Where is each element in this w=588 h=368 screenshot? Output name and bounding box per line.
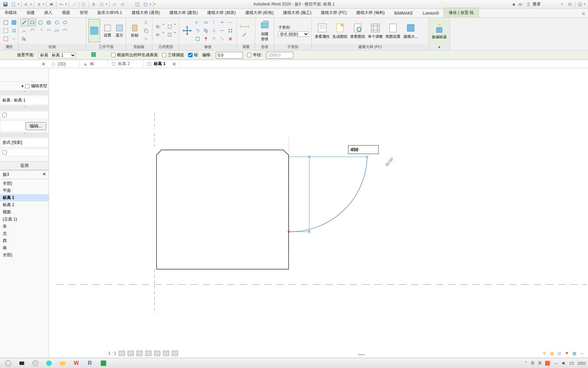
tab-mm-arch[interactable]: 建模大师 (建筑) xyxy=(165,8,202,17)
ime-label[interactable]: 英 xyxy=(531,361,535,366)
collapse-ribbon-icon[interactable]: ⊂ xyxy=(579,10,588,17)
link-icon[interactable] xyxy=(10,35,18,43)
align-icon[interactable] xyxy=(194,19,201,26)
dropdown-icon[interactable]: ▾ xyxy=(561,3,564,6)
ellipse-icon[interactable] xyxy=(61,19,69,26)
close-panel-icon[interactable]: ✕ xyxy=(42,61,46,67)
text-icon[interactable]: A xyxy=(90,1,97,8)
generate-sheet-button[interactable]: 生成图纸 xyxy=(331,19,348,42)
properties2-icon[interactable] xyxy=(10,19,18,26)
arc-tan-icon[interactable] xyxy=(45,27,52,34)
rotate-icon[interactable] xyxy=(194,27,201,34)
dropdown-icon[interactable]: ▾ xyxy=(150,3,152,6)
chrome-icon[interactable] xyxy=(29,359,42,368)
tree-item[interactable]: 全部) xyxy=(0,180,49,187)
chain-checkbox[interactable]: 链 xyxy=(188,52,198,58)
save-icon[interactable] xyxy=(2,1,9,8)
dropdown-icon[interactable]: ▾ xyxy=(30,3,33,6)
app-icon[interactable] xyxy=(97,359,110,368)
sun-path-icon[interactable] xyxy=(136,351,143,356)
pick-tool-icon[interactable] xyxy=(20,35,28,43)
workplane-set-button[interactable] xyxy=(88,19,100,42)
simplify-settings-button[interactable]: 简图设置 xyxy=(385,19,402,42)
form-row[interactable]: 形式 [投影] xyxy=(0,138,49,147)
constraint-row[interactable]: 标高 : 标高 1 xyxy=(0,96,49,105)
tab-insert[interactable]: 插入 xyxy=(39,8,57,17)
tree-item[interactable]: (立面 1) xyxy=(0,216,49,223)
edit-button[interactable]: 编辑... xyxy=(26,122,46,130)
circle-icon[interactable] xyxy=(53,19,61,26)
tab-create[interactable]: 创建 xyxy=(22,8,39,17)
half-ellipse-icon[interactable] xyxy=(61,27,69,34)
dim-align-icon[interactable] xyxy=(70,1,77,8)
tab-mm-interior[interactable]: 建模大师 (精装) xyxy=(202,8,240,17)
scale-icon[interactable] xyxy=(194,35,201,43)
edit-type-icon[interactable] xyxy=(25,84,30,89)
line-tool-icon[interactable] xyxy=(20,19,28,26)
undo-icon[interactable] xyxy=(23,1,30,8)
view-tab-south[interactable]: 南 xyxy=(80,60,108,68)
match-icon[interactable] xyxy=(142,35,150,43)
place-plane-select[interactable]: 标高 : 标高 1 xyxy=(38,52,76,58)
join-geom-icon[interactable] xyxy=(154,31,162,39)
wifi-icon[interactable] xyxy=(553,361,558,366)
close-hidden-icon[interactable] xyxy=(134,1,141,8)
group-icon[interactable] xyxy=(10,27,18,34)
checkbox-row2[interactable] xyxy=(0,149,49,156)
tree-item[interactable]: 南 xyxy=(0,244,49,251)
login-label[interactable]: 登录 xyxy=(533,1,541,7)
tree-item[interactable]: 全部) xyxy=(0,251,49,259)
select-face-icon[interactable] xyxy=(572,351,577,356)
sogou-icon[interactable] xyxy=(545,361,550,366)
show-workplane-icon[interactable] xyxy=(91,52,96,58)
customize-qat-icon[interactable]: ▾ xyxy=(154,3,157,6)
select-links-icon[interactable] xyxy=(549,351,555,356)
edit-type-button[interactable]: 编辑类型 xyxy=(31,83,47,89)
view-tab-level2[interactable]: 标高 2 xyxy=(108,60,144,68)
select-underlay-icon[interactable] xyxy=(557,351,562,356)
tree-item[interactable]: 视图 xyxy=(0,209,49,216)
properties-icon[interactable] xyxy=(2,19,10,26)
edge-icon[interactable] xyxy=(43,359,55,368)
drawing-canvas[interactable]: 90.00° 1 : 1 xyxy=(49,68,588,358)
single-adjust-button[interactable]: 单个调整 xyxy=(367,19,384,42)
clock-label[interactable]: 2022 xyxy=(578,361,586,365)
close-tab-icon[interactable]: ✕ xyxy=(172,61,176,67)
collapse-icon[interactable]: ⌃ xyxy=(0,106,49,110)
tab-mm-general[interactable]: 建模大师 (通用) xyxy=(127,8,165,17)
dimension-icon[interactable] xyxy=(239,23,250,30)
start-menu-icon[interactable] xyxy=(2,359,14,368)
thin-lines-icon[interactable] xyxy=(119,1,126,8)
filter-icon[interactable] xyxy=(542,351,547,356)
measure-tool-icon[interactable] xyxy=(241,31,248,39)
arc-tool-icon[interactable] xyxy=(20,27,28,34)
offset-input[interactable] xyxy=(216,52,243,59)
ribbon-expand-icon[interactable]: ▾ xyxy=(429,44,450,50)
tree-item[interactable]: 平面 xyxy=(0,187,49,194)
tab-bimmake[interactable]: BIMMAKE xyxy=(390,9,418,17)
workplane-settings-button[interactable]: 设置 xyxy=(101,23,114,38)
dropdown-icon[interactable]: ▾ xyxy=(18,3,20,6)
copy-move-icon[interactable] xyxy=(202,27,210,34)
tab-mm-constr[interactable]: 建模大师 (施工) xyxy=(278,8,316,17)
trim-single-icon[interactable] xyxy=(218,35,226,43)
copy-icon[interactable] xyxy=(142,27,150,34)
apply-button[interactable]: 应用 xyxy=(0,161,49,170)
dropdown-icon[interactable]: ▾ xyxy=(106,3,109,6)
help-icon[interactable]: ? xyxy=(576,1,583,8)
tag-icon[interactable] xyxy=(80,1,87,8)
tree-item[interactable]: 北 xyxy=(0,230,49,237)
revit-icon[interactable]: R xyxy=(84,359,96,368)
unpin-icon[interactable] xyxy=(210,35,218,43)
radius-checkbox[interactable]: 半径: xyxy=(247,52,262,58)
tree-item[interactable]: 东 xyxy=(0,223,49,230)
tab-mm-mep[interactable]: 建模大师 (机电) xyxy=(241,8,278,17)
battery-icon[interactable] xyxy=(570,361,574,366)
redo-icon[interactable] xyxy=(35,1,42,8)
measure-icon[interactable] xyxy=(58,1,65,8)
scrollbar-thumb[interactable] xyxy=(358,354,365,355)
polygon-out-icon[interactable] xyxy=(45,19,52,26)
array-icon[interactable] xyxy=(227,27,234,34)
new-file-icon[interactable] xyxy=(10,1,17,8)
ime-mode-icon[interactable]: 英 xyxy=(538,361,542,366)
